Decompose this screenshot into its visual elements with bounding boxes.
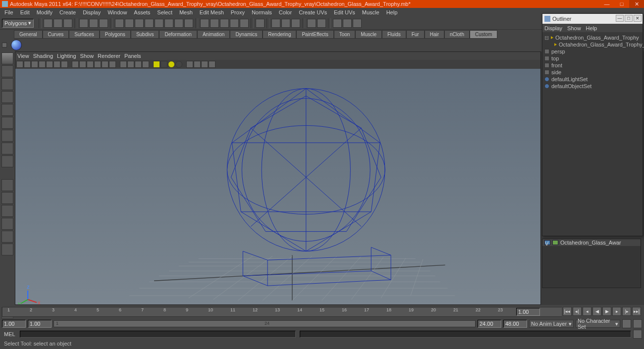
outliner-close-button[interactable]: ✕ [634,15,642,22]
panel-tool-13[interactable] [109,61,116,68]
menu-edit[interactable]: Edit [17,8,33,16]
outliner-minimize-button[interactable]: — [616,15,624,22]
shelf-tab-painteffects[interactable]: PaintEffects [296,30,333,39]
mask-button-7[interactable] [174,19,183,28]
layout-single-button[interactable] [307,19,316,28]
panel-tool-15[interactable] [127,61,134,68]
panel-tool-20[interactable] [201,61,208,68]
universal-manip-tool[interactable] [1,130,13,142]
panel-tool-21[interactable] [209,61,215,68]
select-object-button[interactable] [89,19,98,28]
menu-proxy[interactable]: Proxy [227,8,248,16]
panel-tool-6[interactable] [54,61,60,68]
soft-mod-tool[interactable] [1,143,13,154]
snap-live-button[interactable] [240,19,249,28]
command-input[interactable] [20,331,296,338]
panel-light-4[interactable] [175,61,182,68]
outliner-item[interactable]: defaultLightSet [543,76,642,83]
window-close-button[interactable]: ✕ [629,0,644,8]
shelf-tab-surfaces[interactable]: Surfaces [69,30,99,39]
layout-four-button[interactable] [317,19,326,28]
menu-mesh[interactable]: Mesh [176,8,196,16]
play-forward-button[interactable]: ▶ [602,307,611,316]
menu-help[interactable]: Help [383,8,401,16]
command-language-label[interactable]: MEL [2,331,18,337]
shelf-tab-fluids[interactable]: Fluids [382,30,406,39]
mask-button-3[interactable] [135,19,144,28]
time-slider[interactable]: 123456789101112131415161718192021222324 [2,307,642,317]
autokey-button[interactable] [622,319,631,328]
menu-select[interactable]: Select [154,8,176,16]
outliner-window[interactable]: Outliner — □ ✕ Display Show Help ⊟Octahe… [542,13,643,236]
history-toggle-button[interactable] [256,19,265,28]
play-back-button[interactable]: ◀ [592,307,601,316]
layout-script[interactable] [1,244,13,255]
render-settings-button[interactable] [291,19,300,28]
mask-button-4[interactable] [145,19,154,28]
menu-edit-mesh[interactable]: Edit Mesh [196,8,227,16]
menu-assets[interactable]: Assets [130,8,154,16]
step-back-button[interactable]: ◂ [583,307,591,316]
outliner-tree[interactable]: ⊟Octahedron_Glass_Award_Trophy Octahedro… [542,32,643,92]
layout-four-view[interactable] [1,192,13,204]
prefs-button[interactable] [633,319,642,328]
snap-grid-button[interactable] [200,19,209,28]
outliner-item[interactable]: ⊟Octahedron_Glass_Award_Trophy [543,34,642,41]
panel-tool-16[interactable] [135,61,142,68]
outliner-item[interactable]: side [543,69,642,76]
layout-persp-graph[interactable] [1,231,13,243]
panel-menu-lighting[interactable]: Lighting [57,53,76,59]
menu-file[interactable]: File [1,8,17,16]
shelf-tab-curves[interactable]: Curves [43,30,69,39]
anim-layer-select[interactable]: No Anim Layer▾ [529,320,574,328]
shelf-tab-custom[interactable]: Custom [470,30,497,39]
menu-window[interactable]: Window [104,8,130,16]
mask-button-2[interactable] [125,19,134,28]
panel-tool-2[interactable] [24,61,31,68]
panel-menu-renderer[interactable]: Renderer [98,53,120,59]
snap-plane-button[interactable] [230,19,239,28]
shelf-tab-muscle[interactable]: Muscle [355,30,382,39]
script-editor-button[interactable] [633,330,642,339]
mask-button-1[interactable] [115,19,124,28]
panel-tool-18[interactable] [186,61,193,68]
menu-display[interactable]: Display [79,8,104,16]
panel-menu-show[interactable]: Show [80,53,94,59]
menu-modify[interactable]: Modify [33,8,56,16]
outliner-titlebar[interactable]: Outliner — □ ✕ [542,14,643,24]
panel-tool-19[interactable] [194,61,201,68]
shelf-tab-ncloth[interactable]: nCloth [444,30,470,39]
move-tool[interactable] [1,91,13,103]
select-hierarchy-button[interactable] [79,19,88,28]
outliner-menu-help[interactable]: Help [586,25,597,31]
panel-tool-3[interactable] [31,61,38,68]
save-scene-button[interactable] [63,19,72,28]
open-scene-button[interactable] [54,19,62,28]
panel-tool-12[interactable] [102,61,108,68]
goto-end-button[interactable]: ▸▸| [632,307,641,316]
misc-button-3[interactable] [353,19,362,28]
step-forward-button[interactable]: ▸ [612,307,621,316]
step-forward-key-button[interactable]: |▸ [622,307,631,316]
paint-select-tool[interactable] [1,78,13,90]
window-maximize-button[interactable]: □ [614,0,629,8]
shelf-tab-fur[interactable]: Fur [406,30,425,39]
panel-tool-5[interactable] [46,61,53,68]
outliner-item[interactable]: top [543,55,642,62]
layer-color-chip[interactable] [552,240,558,245]
panel-tool-17[interactable] [142,61,149,68]
shelf-tab-general[interactable]: General [14,30,43,39]
menu-muscle[interactable]: Muscle [359,8,383,16]
select-tool[interactable] [1,52,13,64]
mask-button-8[interactable] [184,19,193,28]
window-minimize-button[interactable]: — [599,0,614,8]
outliner-item[interactable]: front [543,62,642,69]
panel-menu-view[interactable]: View [17,53,29,59]
shelf-tab-hair[interactable]: Hair [425,30,444,39]
shelf-tab-deformation[interactable]: Deformation [159,30,197,39]
menu-create-uvs[interactable]: Create UVs [295,8,330,16]
misc-button-1[interactable] [333,19,342,28]
menu-normals[interactable]: Normals [248,8,275,16]
range-end-field[interactable]: 48.00 [503,320,527,328]
outliner-item[interactable]: Octahedron_Glass_Award_Trophy_ncl1_ [543,41,642,48]
